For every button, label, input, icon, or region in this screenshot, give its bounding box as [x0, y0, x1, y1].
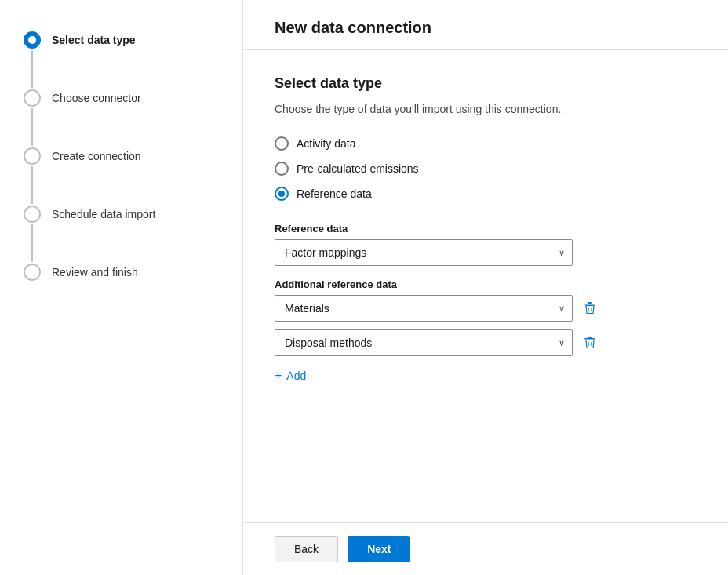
step-line-1: [31, 50, 33, 88]
reference-data-select-wrapper: Factor mappings ∨: [275, 239, 573, 266]
section-title: Select data type: [275, 75, 697, 92]
radio-label-reference: Reference data: [297, 187, 372, 200]
svg-rect-0: [588, 302, 592, 304]
next-button[interactable]: Next: [348, 536, 410, 562]
radio-circle-precalculated: [275, 162, 289, 176]
page-header: New data connection: [243, 0, 728, 50]
radio-label-precalculated: Pre-calculated emissions: [297, 162, 419, 175]
step-schedule-data-import: Schedule data import: [24, 206, 219, 264]
step-line-2: [31, 108, 33, 146]
materials-select[interactable]: Materials: [275, 295, 573, 322]
chevron-down-icon-2: ∨: [559, 304, 565, 314]
step-circle-4: [24, 206, 41, 223]
page-title: New data connection: [275, 19, 697, 37]
step-select-data-type: Select data type: [24, 31, 219, 89]
main-content: New data connection Select data type Cho…: [243, 0, 728, 575]
chevron-down-icon-1: ∨: [559, 248, 565, 258]
step-circle-5: [24, 264, 41, 281]
radio-group: Activity data Pre-calculated emissions R…: [275, 136, 697, 201]
step-line-4: [31, 224, 33, 262]
delete-disposal-button[interactable]: [579, 332, 601, 354]
back-button[interactable]: Back: [275, 536, 338, 562]
add-label: Add: [286, 369, 306, 382]
content-footer: Back Next: [243, 522, 728, 575]
svg-rect-4: [588, 337, 592, 338]
trash-icon-2: [582, 335, 598, 351]
additional-select-row-1: Materials ∨: [275, 295, 697, 322]
description: Choose the type of data you'll import us…: [275, 101, 604, 118]
radio-label-activity: Activity data: [297, 137, 355, 150]
chevron-down-icon-3: ∨: [559, 338, 565, 348]
radio-circle-activity: [275, 136, 289, 151]
reference-data-label: Reference data: [275, 223, 697, 235]
content-body: Select data type Choose the type of data…: [243, 50, 728, 522]
radio-circle-reference: [275, 187, 289, 201]
step-choose-connector: Choose connector: [24, 89, 219, 147]
svg-rect-1: [584, 304, 595, 305]
additional-select-row-2: Disposal methods ∨: [275, 329, 697, 356]
step-label-3: Create connection: [52, 147, 141, 165]
step-label-1: Select data type: [52, 31, 136, 49]
disposal-methods-select-wrapper: Disposal methods ∨: [275, 329, 573, 356]
plus-icon: +: [275, 369, 282, 383]
radio-precalculated[interactable]: Pre-calculated emissions: [275, 162, 697, 176]
step-create-connection: Create connection: [24, 147, 219, 206]
step-review-and-finish: Review and finish: [24, 264, 219, 281]
step-label-2: Choose connector: [52, 89, 141, 107]
trash-icon-1: [582, 300, 598, 316]
step-label-5: Review and finish: [52, 264, 138, 281]
reference-data-select[interactable]: Factor mappings: [275, 239, 573, 266]
step-line-3: [31, 166, 33, 204]
radio-reference-data[interactable]: Reference data: [275, 187, 697, 201]
delete-materials-button[interactable]: [579, 297, 601, 319]
step-circle-3: [24, 147, 41, 165]
step-circle-2: [24, 89, 41, 107]
materials-select-wrapper: Materials ∨: [275, 295, 573, 322]
add-button[interactable]: + Add: [275, 364, 306, 388]
step-circle-1: [24, 31, 41, 49]
svg-rect-5: [584, 338, 595, 340]
additional-reference-data-label: Additional reference data: [275, 278, 697, 290]
disposal-methods-select[interactable]: Disposal methods: [275, 329, 573, 356]
reference-data-field: Reference data Factor mappings ∨: [275, 223, 697, 266]
sidebar: Select data type Choose connector Create…: [0, 0, 243, 575]
step-label-4: Schedule data import: [52, 206, 155, 223]
radio-activity-data[interactable]: Activity data: [275, 136, 697, 151]
additional-reference-data-field: Additional reference data Materials ∨: [275, 278, 697, 388]
